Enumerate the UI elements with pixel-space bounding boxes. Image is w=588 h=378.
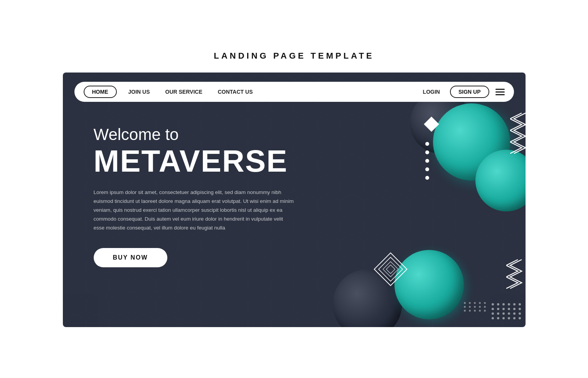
hero-section: Welcome to METAVERSE Lorem ipsum dolor s… <box>63 102 387 290</box>
hero-description: Lorem ipsum dolor sit amet, consectetuer… <box>94 188 294 233</box>
nav-login-button[interactable]: LOGIN <box>415 86 448 97</box>
hamburger-line-3 <box>495 94 505 95</box>
hamburger-line-2 <box>495 91 505 93</box>
nav-home-button[interactable]: HOME <box>84 86 117 98</box>
hamburger-line-1 <box>495 89 505 90</box>
navbar: HOME JOIN US OUR SERVICE CONTACT US LOGI… <box>74 82 514 102</box>
brand-name: METAVERSE <box>94 146 364 177</box>
nav-service-link[interactable]: OUR SERVICE <box>158 86 210 97</box>
landing-page: HOME JOIN US OUR SERVICE CONTACT US LOGI… <box>63 73 526 327</box>
nav-join-link[interactable]: JOIN US <box>121 86 158 97</box>
page-title: LANDING PAGE TEMPLATE <box>214 51 374 61</box>
nav-contact-link[interactable]: CONTACT US <box>210 86 261 97</box>
welcome-text: Welcome to <box>94 125 364 144</box>
buy-now-button[interactable]: BUY NOW <box>94 248 167 267</box>
nav-signup-button[interactable]: SIGN UP <box>450 86 489 98</box>
hamburger-menu-button[interactable] <box>495 89 505 95</box>
